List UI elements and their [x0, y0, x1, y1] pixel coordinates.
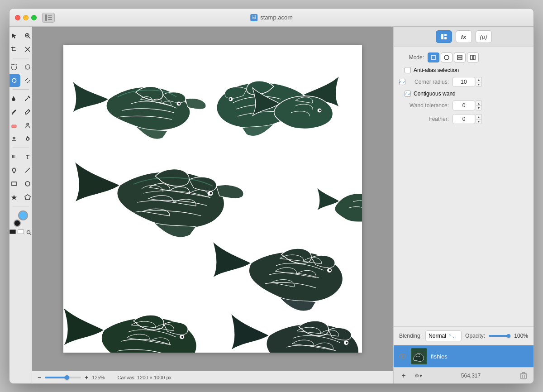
maximize-button[interactable] — [31, 15, 37, 20]
svg-rect-57 — [441, 34, 443, 39]
svg-point-56 — [346, 342, 348, 344]
delete-layer-button[interactable] — [518, 370, 529, 381]
wand-tolerance-up[interactable]: ▲ — [476, 100, 482, 105]
mode-col-btn[interactable] — [467, 53, 479, 62]
blending-select[interactable]: Normal ⌃⌄ — [425, 330, 462, 341]
stamp-tool[interactable] — [10, 133, 20, 145]
svg-rect-22 — [12, 125, 16, 128]
wand-tolerance-input[interactable]: 0 — [452, 100, 475, 110]
layer-row[interactable]: fishies — [394, 345, 533, 367]
mode-ellipse-btn[interactable] — [441, 53, 452, 62]
rect-tool[interactable] — [10, 177, 20, 190]
svg-rect-65 — [473, 55, 475, 60]
svg-marker-36 — [11, 195, 17, 200]
select-tool[interactable] — [10, 29, 20, 42]
layer-visibility-btn[interactable] — [398, 352, 407, 361]
layer-coords: 564,317 — [427, 373, 514, 379]
anti-alias-row: Anti-alias selection — [399, 67, 528, 73]
svg-point-20 — [25, 100, 26, 101]
svg-rect-2 — [48, 17, 52, 18]
foreground-color-swatch[interactable] — [14, 220, 21, 227]
inspector-tab[interactable] — [436, 30, 452, 43]
wand-tolerance-stepper: ▲ ▼ — [476, 100, 482, 110]
feather-label: Feather: — [399, 116, 449, 122]
main-content: T — [10, 27, 533, 383]
pen-tool[interactable] — [10, 164, 20, 177]
svg-line-17 — [26, 79, 27, 80]
zoom-tool-small[interactable] — [26, 229, 32, 236]
svg-point-35 — [25, 182, 30, 186]
svg-rect-59 — [444, 37, 447, 39]
layer-thumbnail — [411, 348, 427, 364]
fx-tab-label: fx — [461, 33, 467, 40]
feather-down[interactable]: ▼ — [476, 119, 482, 124]
canvas-scroll[interactable] — [32, 27, 393, 371]
svg-point-44 — [229, 98, 231, 100]
svg-point-52 — [319, 110, 321, 111]
corner-radius-down[interactable]: ▼ — [476, 82, 482, 87]
corner-radius-up[interactable]: ▲ — [476, 77, 482, 82]
eraser-tool[interactable] — [10, 119, 20, 132]
blending-arrow-icon: ⌃⌄ — [448, 334, 455, 339]
paint-bucket-tool[interactable] — [10, 92, 20, 105]
zoom-in-button[interactable]: + — [85, 374, 88, 381]
corner-radius-checkbox[interactable]: ✓ — [399, 79, 405, 85]
svg-line-33 — [25, 168, 30, 172]
wand-tolerance-row: Wand tolerance: 0 ▲ ▼ — [399, 100, 528, 110]
svg-point-61 — [444, 55, 449, 60]
svg-point-12 — [25, 65, 30, 69]
type-tab[interactable]: (p) — [476, 30, 492, 43]
mode-row-btn[interactable] — [454, 53, 466, 62]
minimize-button[interactable] — [23, 15, 29, 20]
panel-tabs: fx (p) — [394, 27, 533, 47]
mode-rect-btn[interactable] — [428, 53, 439, 62]
lasso-tool[interactable] — [10, 74, 20, 87]
svg-line-18 — [29, 81, 29, 82]
app-window: 🖼 stamp.acorn — [9, 8, 534, 384]
svg-rect-69 — [521, 374, 526, 379]
black-color-btn[interactable] — [10, 229, 16, 234]
corner-radius-input[interactable]: 10 — [452, 77, 475, 87]
white-color-btn[interactable] — [18, 229, 24, 234]
add-layer-button[interactable]: + — [398, 370, 409, 381]
opacity-slider[interactable] — [489, 335, 510, 337]
window-title: stamp.acorn — [260, 14, 293, 21]
star-tool[interactable] — [10, 191, 20, 204]
rect-select-tool[interactable] — [10, 61, 20, 73]
svg-rect-34 — [12, 182, 16, 186]
zoom-level: 125% — [92, 375, 105, 380]
svg-marker-37 — [25, 195, 30, 200]
crop-tool[interactable] — [10, 43, 20, 56]
mode-label: Mode: — [399, 54, 424, 61]
corner-radius-value: 10 — [461, 79, 467, 85]
svg-rect-58 — [444, 34, 447, 36]
background-color-swatch[interactable] — [18, 210, 28, 220]
corner-radius-row: ✓ Corner radius: 10 ▲ ▼ — [399, 77, 528, 87]
svg-rect-63 — [457, 58, 462, 60]
file-icon: 🖼 — [250, 14, 257, 21]
svg-point-50 — [329, 269, 331, 271]
brush-tool[interactable] — [10, 105, 20, 118]
add-layer-icon: + — [401, 372, 405, 380]
opacity-value: 100% — [514, 333, 528, 339]
anti-alias-checkbox[interactable] — [405, 67, 411, 73]
svg-point-24 — [13, 137, 15, 139]
contiguous-wand-checkbox[interactable]: ✓ — [405, 91, 411, 97]
svg-rect-0 — [45, 14, 47, 21]
feather-row: Feather: 0 ▲ ▼ — [399, 114, 528, 124]
window-title-area: 🖼 stamp.acorn — [250, 14, 293, 21]
feather-up[interactable]: ▲ — [476, 114, 482, 119]
layer-settings-button[interactable]: ⚙︎▾ — [413, 370, 424, 381]
wand-tolerance-down[interactable]: ▼ — [476, 105, 482, 110]
sidebar-toggle-button[interactable] — [42, 13, 55, 23]
zoom-slider[interactable] — [45, 377, 81, 378]
layer-settings-icon: ⚙︎▾ — [414, 373, 422, 379]
anti-alias-label: Anti-alias selection — [414, 67, 459, 73]
fx-tab[interactable]: fx — [456, 30, 472, 43]
close-button[interactable] — [15, 15, 20, 20]
zoom-out-button[interactable]: − — [38, 374, 41, 381]
svg-line-6 — [29, 37, 30, 38]
gradient-tool[interactable] — [10, 150, 20, 163]
inspector-content: Mode: — [394, 47, 533, 326]
feather-input[interactable]: 0 — [452, 114, 475, 124]
